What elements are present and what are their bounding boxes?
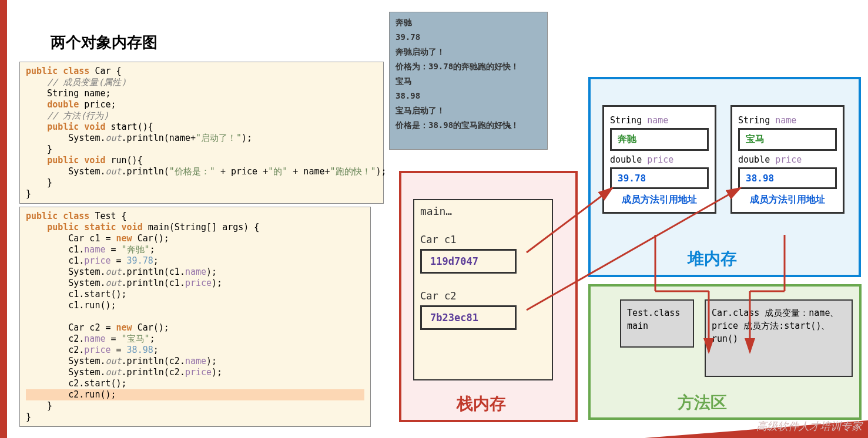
field-value-name: 宝马	[738, 128, 837, 151]
method-ref: 成员方法引用地址	[738, 194, 837, 206]
stack-memory: main… Car c1 119d7047 Car c2 7b23ec81 栈内…	[399, 171, 578, 422]
field-value-price: 39.78	[610, 167, 709, 189]
field-label: String name	[738, 115, 837, 126]
class-box-car: Car.class 成员变量：name、price 成员方法:start()、r…	[705, 299, 853, 377]
console-line: 奔驰启动了！	[396, 45, 541, 59]
method-area: Test.class main Car.class 成员变量：name、pric…	[588, 284, 862, 420]
method-area-label: 方法区	[678, 392, 727, 414]
console-output: 奔驰 39.78 奔驰启动了！ 价格为：39.78的奔驰跑的好快！ 宝马 38.…	[389, 12, 548, 150]
console-line: 宝马启动了！	[396, 103, 541, 118]
frame-title: main…	[420, 205, 546, 217]
addr-c2: 7b23ec81	[420, 305, 517, 330]
console-line: 奔驰	[396, 15, 541, 30]
field-label: double price	[738, 154, 837, 165]
field-label: double price	[610, 154, 709, 165]
console-line: 39.78	[396, 30, 541, 45]
footer-text: 高级软件人才培训专家	[756, 419, 862, 433]
left-accent-bar	[0, 0, 7, 438]
field-value-name: 奔驰	[610, 128, 709, 151]
var-label-c1: Car c1	[420, 234, 546, 245]
class-box-test: Test.class main	[620, 299, 694, 348]
heap-label: 堆内存	[688, 248, 737, 270]
heap-object-2: String name 宝马 double price 38.98 成员方法引用…	[730, 105, 844, 214]
console-line: 宝马	[396, 74, 541, 89]
console-line: 价格为：39.78的奔驰跑的好快！	[396, 59, 541, 74]
cursor-icon: ↖	[508, 122, 512, 131]
heap-memory: String name 奔驰 double price 39.78 成员方法引用…	[588, 77, 861, 277]
console-line: 价格是：38.98的宝马跑的好快！	[396, 118, 541, 133]
method-ref: 成员方法引用地址	[610, 194, 709, 206]
addr-c1: 119d7047	[420, 249, 517, 274]
page-title: 两个对象内存图	[51, 32, 157, 53]
stack-frame-main: main… Car c1 119d7047 Car c2 7b23ec81	[413, 199, 553, 380]
stack-label: 栈内存	[457, 393, 506, 415]
field-label: String name	[610, 115, 709, 126]
console-line: 38.98	[396, 89, 541, 103]
var-label-c2: Car c2	[420, 290, 546, 302]
code-car-class: public class Car { // 成员变量(属性) String na…	[19, 62, 384, 204]
code-test-class: public class Test { public static void m…	[19, 207, 371, 427]
field-value-price: 38.98	[738, 167, 837, 189]
heap-object-1: String name 奔驰 double price 39.78 成员方法引用…	[602, 105, 716, 214]
